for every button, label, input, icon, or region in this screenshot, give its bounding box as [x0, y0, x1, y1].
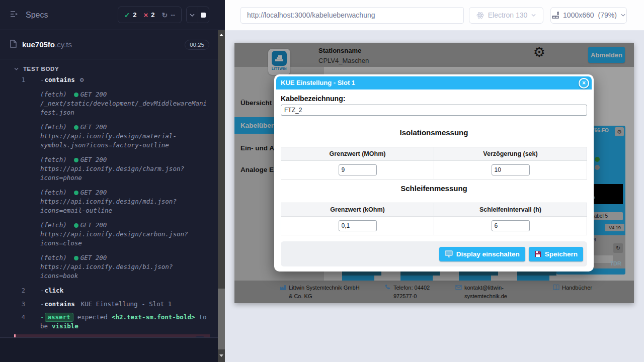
- fetch-log-row[interactable]: (fetch)GET 200 https://api.iconify.desig…: [40, 253, 210, 281]
- reporter-header: Specs ✓ 2 × 2 ↻ --: [0, 0, 225, 30]
- assert-badge: assert: [45, 313, 73, 322]
- kue-settings-modal: KUE Einstellung - Slot 1 × Kabelbezeichn…: [274, 74, 594, 272]
- speichern-button[interactable]: Speichern: [529, 247, 583, 261]
- aut-stage: Stationsname CPLV4_Maschen ⚙ Abmelden LI…: [225, 31, 644, 362]
- display-einschalten-button[interactable]: Display einschalten: [439, 247, 525, 261]
- modal-header: KUE Einstellung - Slot 1 ×: [276, 76, 592, 89]
- fetch-log-row[interactable]: (fetch)GET 200 https://api.iconify.desig…: [40, 123, 210, 150]
- status-ok-dot: [74, 125, 78, 130]
- fetch-url: https://api.iconify.design/mdi.json?icon…: [40, 197, 210, 215]
- retry-count-badge: 0: [195, 336, 205, 338]
- check-icon: ✓: [124, 11, 130, 19]
- kabel-label: Kabelbezeichnung:: [281, 95, 587, 103]
- command-log: 1 -contains⚙ (fetch)GET 200 /_next/stati…: [0, 73, 218, 338]
- fetch-url: /_next/static/development/_devMiddleware…: [40, 99, 210, 117]
- fetch-url: https://api.iconify.design/bi.json?icons…: [40, 262, 210, 281]
- iso-col-grenzwert: Grenzwert (MOhm): [281, 147, 434, 161]
- schleifen-heading: Schleifenmessung: [281, 184, 587, 193]
- assert-target: <h2.text-sm.font-bold>: [112, 313, 195, 321]
- fetch-log-row[interactable]: (fetch)GET 200 https://api.iconify.desig…: [40, 188, 210, 215]
- status-ok-dot: [74, 93, 78, 97]
- modal-title: KUE Einstellung - Slot 1: [281, 79, 355, 86]
- close-icon[interactable]: ×: [579, 78, 589, 88]
- fetch-url: https://api.iconify.design/material-symb…: [40, 132, 210, 150]
- collapse-button[interactable]: [187, 7, 198, 23]
- url-input[interactable]: [240, 7, 464, 24]
- electron-icon: [476, 12, 484, 19]
- spec-name: kue705fo.cy.ts: [22, 40, 72, 49]
- command-contains-1[interactable]: 1 -contains⚙: [0, 75, 218, 84]
- spec-duration-badge: 00:25: [185, 40, 209, 50]
- chevron-down-icon: [531, 14, 536, 17]
- run-controls: [186, 7, 209, 23]
- fetch-url: https://api.iconify.design/carbon.json?i…: [40, 230, 210, 248]
- iso-grenzwert-input[interactable]: [339, 164, 377, 175]
- iso-verzoegerung-input[interactable]: [492, 164, 530, 175]
- iso-col-verzoegerung: Verzögerung (sek): [434, 147, 587, 161]
- command-assert[interactable]: 4 -assertexpected<h2.text-sm.font-bold>t…: [0, 313, 218, 331]
- chevron-down-icon: [14, 67, 19, 70]
- contains-message: KUE Einstellung - Slot 1: [81, 300, 172, 308]
- status-ok-dot: [74, 223, 78, 228]
- isolation-table: Grenzwert (MOhm) Verzögerung (sek): [281, 147, 587, 179]
- loop-col-grenzwert: Grenzwert (kOhm): [281, 203, 434, 217]
- viewport-select[interactable]: 1000x660 (79%): [550, 7, 627, 24]
- fail-x-icon: ×: [81, 336, 85, 338]
- browser-select[interactable]: Electron 130: [469, 7, 543, 24]
- stat-passed: ✓ 2: [124, 11, 137, 19]
- stat-failed: × 2: [144, 11, 155, 19]
- stat-pending: ↻ --: [162, 11, 175, 19]
- stop-icon: [201, 13, 206, 18]
- cypress-reporter-panel: Specs ✓ 2 × 2 ↻ --: [0, 0, 225, 362]
- modal-footer: Display einschalten Speichern: [281, 241, 587, 266]
- monitor-icon: [445, 250, 453, 257]
- gear-icon: ⚙: [80, 76, 84, 83]
- command-click[interactable]: 2 -click: [0, 286, 218, 295]
- reporter-scrollbar[interactable]: [218, 30, 225, 362]
- pending-icon: ↻: [162, 11, 168, 19]
- specs-title: Specs: [26, 11, 48, 20]
- browser-toolbar: Electron 130 1000x660 (79%): [225, 0, 644, 31]
- ruler-icon: [552, 12, 559, 19]
- isolation-heading: Isolationsmessung: [281, 128, 587, 137]
- scrollbar-thumb[interactable]: [218, 289, 225, 349]
- fetch-log-row[interactable]: (fetch)GET 200 https://api.iconify.desig…: [40, 155, 210, 183]
- command-contains-failed[interactable]: 5 -contains×0: [14, 334, 210, 338]
- status-ok-dot: [74, 191, 78, 195]
- cross-icon: ×: [144, 11, 148, 19]
- loop-intervall-input[interactable]: [492, 220, 530, 231]
- status-ok-dot: [74, 256, 78, 260]
- fetch-log-row[interactable]: (fetch)GET 200 /_next/static/development…: [40, 90, 210, 117]
- scroll-up-arrow[interactable]: [218, 31, 225, 38]
- specs-list-icon[interactable]: [10, 11, 20, 20]
- test-body-label: TEST BODY: [23, 66, 59, 72]
- modal-body: Kabelbezeichnung: Isolationsmessung Gren…: [276, 89, 592, 266]
- stop-button[interactable]: [198, 7, 209, 23]
- kabelbezeichnung-input[interactable]: [281, 105, 587, 116]
- spec-file-icon: [10, 40, 17, 50]
- reporter-footer-area: [0, 338, 218, 362]
- loop-grenzwert-input[interactable]: [339, 220, 377, 231]
- save-floppy-icon: [534, 250, 541, 257]
- test-stats: ✓ 2 × 2 ↻ --: [118, 7, 182, 23]
- fetch-log-row[interactable]: (fetch)GET 200 https://api.iconify.desig…: [40, 221, 210, 248]
- app-viewport: Stationsname CPLV4_Maschen ⚙ Abmelden LI…: [234, 43, 634, 303]
- scroll-down-arrow[interactable]: [218, 352, 225, 359]
- schleifen-table: Grenzwert (kOhm) Schleifenintervall (h): [281, 203, 587, 235]
- status-ok-dot: [74, 158, 78, 162]
- screen: Specs ✓ 2 × 2 ↻ --: [0, 0, 644, 362]
- test-body-header[interactable]: TEST BODY: [0, 59, 225, 73]
- fetch-url: https://api.iconify.design/charm.json?ic…: [40, 164, 210, 183]
- command-contains-3[interactable]: 3 -containsKUE Einstellung - Slot 1: [0, 300, 218, 309]
- chevron-down-icon: [621, 14, 625, 17]
- spec-row[interactable]: kue705fo.cy.ts 00:25: [0, 30, 225, 59]
- loop-col-intervall: Schleifenintervall (h): [434, 203, 587, 217]
